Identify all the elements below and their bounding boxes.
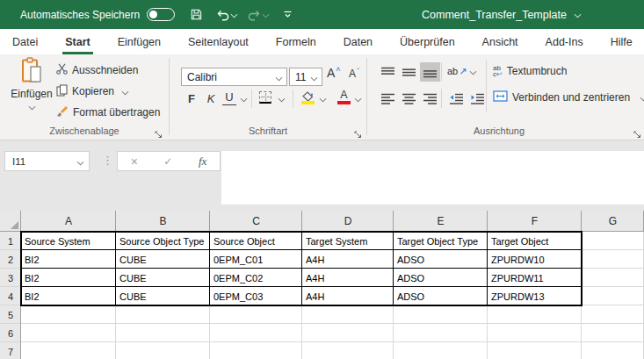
undo-dropdown-icon[interactable] [231,11,238,18]
cell-G5[interactable] [582,305,644,324]
font-dialog-launcher[interactable] [354,126,363,135]
cell-C6[interactable] [210,324,302,342]
align-middle-button[interactable] [399,62,419,82]
cell-B3[interactable]: CUBE [116,269,210,287]
borders-dropdown-icon[interactable] [279,96,286,103]
insert-function-button[interactable]: fx [199,154,206,169]
format-painter-button[interactable]: Format übertragen [56,104,160,121]
customize-quick-access-toolbar-icon[interactable] [283,9,293,21]
document-title[interactable]: Comment_Transfer_Template [422,0,581,29]
cell-F7[interactable] [488,342,582,359]
font-color-button[interactable]: A [337,89,351,101]
orientation-button[interactable]: ab ↗ [447,62,476,80]
decrease-font-size-button[interactable]: Aˇ [349,68,359,80]
cell-A6[interactable] [21,324,116,342]
cell-A1[interactable]: Source System [21,232,116,250]
orientation-dropdown-icon[interactable] [470,68,477,75]
column-header-A[interactable]: A [21,211,116,232]
row-header-5[interactable]: 5 [0,305,21,324]
font-name-combobox[interactable]: Calibri [181,68,287,86]
cell-G2[interactable] [582,250,644,269]
align-right-button[interactable] [420,89,440,108]
tab-hilfe[interactable]: Hilfe [610,29,633,54]
formula-input[interactable] [221,151,644,205]
column-header-D[interactable]: D [302,211,394,232]
copy-button[interactable]: Kopieren [56,83,128,100]
cell-B4[interactable]: CUBE [116,287,210,305]
cancel-icon[interactable]: × [131,154,138,169]
row-header-6[interactable]: 6 [0,324,21,342]
cell-E4[interactable]: ADSO [394,287,488,305]
tab-ansicht[interactable]: Ansicht [481,29,519,54]
cell-E3[interactable]: ADSO [394,269,488,287]
underline-dropdown-icon[interactable] [241,96,248,103]
cell-C3[interactable]: 0EPM_C02 [210,269,302,287]
select-all-corner[interactable] [0,211,21,232]
cell-G6[interactable] [582,324,644,342]
cell-C5[interactable] [210,305,302,324]
cell-F4[interactable]: ZPURDW13 [488,287,582,305]
cell-D4[interactable]: A4H [302,287,394,305]
cell-B6[interactable] [116,324,210,342]
cell-C4[interactable]: 0EPM_C03 [210,287,302,305]
tab-formeln[interactable]: Formeln [275,29,317,54]
enter-checkmark-icon[interactable]: ✓ [163,155,172,168]
clipboard-dialog-launcher[interactable] [155,126,163,135]
tab-datei[interactable]: Datei [11,29,39,54]
font-color-dropdown-icon[interactable] [355,96,362,103]
fill-color-button[interactable] [301,90,315,105]
cell-D7[interactable] [302,342,394,359]
paste-button[interactable]: Einfügen [11,57,53,124]
italic-button[interactable]: K [203,90,219,107]
copy-dropdown-icon[interactable] [122,88,129,95]
align-top-button[interactable] [378,62,398,82]
increase-indent-button[interactable] [467,89,488,108]
name-box[interactable]: I11 [4,151,90,171]
cell-A7[interactable] [21,342,116,359]
row-header-7[interactable]: 7 [0,342,21,359]
tab-add-ins[interactable]: Add-Ins [545,29,584,54]
cell-G7[interactable] [582,342,644,359]
tab-überprüfen[interactable]: Überprüfen [399,29,456,54]
bold-button[interactable]: F [184,90,199,107]
cell-A5[interactable] [21,305,116,324]
column-header-F[interactable]: F [488,211,582,232]
decrease-indent-button[interactable] [446,89,467,108]
cell-B7[interactable] [116,342,210,359]
cell-B5[interactable] [116,305,210,324]
autosave-toggle[interactable] [147,8,175,21]
cell-A3[interactable]: BI2 [21,269,116,287]
cell-A2[interactable]: BI2 [21,250,116,269]
column-header-B[interactable]: B [116,211,210,232]
font-size-combobox[interactable]: 11 [289,68,322,86]
cell-D6[interactable] [302,324,394,342]
font-size-dropdown-icon[interactable] [311,75,318,82]
cut-button[interactable]: Ausschneiden [56,61,138,79]
cell-B2[interactable]: CUBE [116,250,210,269]
cell-C1[interactable]: Source Object [210,232,302,250]
merge-and-center-button[interactable]: Verbinden und zentrieren [493,89,644,106]
cell-E6[interactable] [394,324,488,342]
cell-D3[interactable]: A4H [302,269,394,287]
tab-daten[interactable]: Daten [343,29,373,54]
column-header-G[interactable]: G [582,211,644,232]
column-header-C[interactable]: C [210,211,302,232]
cell-G3[interactable] [582,269,644,287]
alignment-dialog-launcher[interactable] [633,126,642,135]
cell-B1[interactable]: Source Object Type [116,232,210,250]
borders-button[interactable] [259,91,271,104]
tab-start[interactable]: Start [64,29,90,54]
row-header-4[interactable]: 4 [0,287,21,305]
font-name-dropdown-icon[interactable] [276,75,283,82]
wrap-text-button[interactable]: abc↩ Textumbruch [493,62,567,80]
row-header-3[interactable]: 3 [0,269,21,287]
fill-color-dropdown-icon[interactable] [320,96,327,103]
cell-D5[interactable] [302,305,394,324]
merge-dropdown-icon[interactable] [640,94,644,101]
tab-einfügen[interactable]: Einfügen [117,29,162,54]
cell-E7[interactable] [394,342,488,359]
cell-D1[interactable]: Target System [302,232,394,250]
save-icon[interactable] [190,8,203,21]
undo-button[interactable] [216,9,237,21]
row-header-2[interactable]: 2 [0,250,21,269]
